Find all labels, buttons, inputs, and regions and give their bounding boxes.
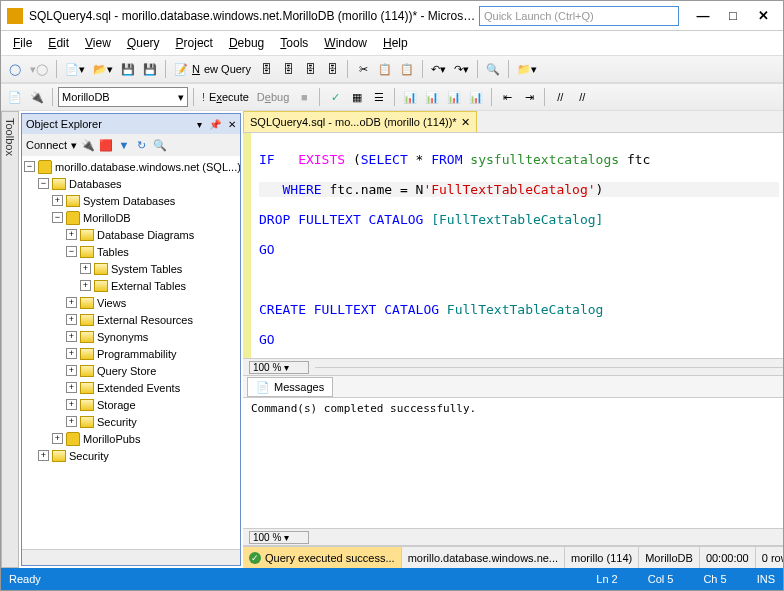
tree-tables[interactable]: Tables (97, 246, 129, 258)
expander-icon[interactable]: + (38, 450, 49, 461)
expander-icon[interactable]: + (66, 331, 77, 342)
h-scrollbar[interactable] (22, 549, 240, 565)
tree-systables[interactable]: System Tables (111, 263, 182, 275)
tree-extevents[interactable]: Extended Events (97, 382, 180, 394)
sql-code[interactable]: IF EXISTS (SELECT * FROM sysfulltextcata… (243, 133, 783, 358)
save-all-button[interactable]: 💾 (140, 58, 160, 80)
new-button[interactable]: 📄▾ (62, 58, 88, 80)
back-button[interactable]: ◯ (5, 58, 25, 80)
menu-debug[interactable]: Debug (223, 34, 270, 52)
check-button[interactable]: ✓ (325, 86, 345, 108)
open-button[interactable]: 📂▾ (90, 58, 116, 80)
tree-views[interactable]: Views (97, 297, 126, 309)
indent-button[interactable]: ⇥ (519, 86, 539, 108)
database-selector[interactable]: MorilloDB ▾ (58, 87, 188, 107)
tree-prog[interactable]: Programmability (97, 348, 176, 360)
conn1-icon[interactable]: 🗄 (256, 58, 276, 80)
expander-icon[interactable]: + (66, 399, 77, 410)
conn4-icon[interactable]: 🗄 (322, 58, 342, 80)
menu-help[interactable]: Help (377, 34, 414, 52)
expander-icon[interactable]: + (66, 365, 77, 376)
refresh-icon[interactable]: ↻ (135, 138, 149, 152)
solution-button[interactable]: 📁▾ (514, 58, 540, 80)
find-button[interactable]: 🔍 (483, 58, 503, 80)
outdent-button[interactable]: ⇤ (497, 86, 517, 108)
zoom-selector[interactable]: 100 % ▾ (249, 361, 309, 374)
expander-icon[interactable]: − (38, 178, 49, 189)
expander-icon[interactable]: + (52, 433, 63, 444)
tree-storage[interactable]: Storage (97, 399, 136, 411)
tree-qstore[interactable]: Query Store (97, 365, 156, 377)
undo-button[interactable]: ↶▾ (428, 58, 449, 80)
comment-button[interactable]: // (550, 86, 570, 108)
close-button[interactable]: ✕ (749, 5, 777, 27)
stop-icon[interactable]: 🟥 (99, 138, 113, 152)
expander-icon[interactable]: + (80, 263, 91, 274)
menu-window[interactable]: Window (318, 34, 373, 52)
messages-tab[interactable]: 📄 Messages (247, 377, 333, 397)
menu-file[interactable]: FFileile (7, 34, 38, 52)
tree-security2[interactable]: Security (69, 450, 109, 462)
tree-exttables[interactable]: External Tables (111, 280, 186, 292)
tree-server[interactable]: morillo.database.windows.net (SQL...) (55, 161, 240, 173)
debug-button[interactable]: Debug (254, 86, 292, 108)
plan1-button[interactable]: 📊 (400, 86, 420, 108)
tree-diagrams[interactable]: Database Diagrams (97, 229, 194, 241)
sql-editor[interactable]: IF EXISTS (SELECT * FROM sysfulltextcata… (243, 133, 783, 358)
expander-icon[interactable]: + (66, 348, 77, 359)
expander-icon[interactable]: + (66, 416, 77, 427)
results-grid-button[interactable]: ▦ (347, 86, 367, 108)
parse-button[interactable]: 📄 (5, 86, 25, 108)
copy-button[interactable]: 📋 (375, 58, 395, 80)
plan2-button[interactable]: 📊 (422, 86, 442, 108)
messages-pane[interactable]: Command(s) completed successfully. (243, 398, 783, 528)
new-query-button[interactable]: 📝New Query (171, 58, 254, 80)
expander-icon[interactable]: + (80, 280, 91, 291)
conn3-icon[interactable]: 🗄 (300, 58, 320, 80)
menu-project[interactable]: Project (170, 34, 219, 52)
tree-morillopubs[interactable]: MorilloPubs (83, 433, 140, 445)
menu-edit[interactable]: Edit (42, 34, 75, 52)
cut-button[interactable]: ✂ (353, 58, 373, 80)
expander-icon[interactable]: + (66, 297, 77, 308)
expander-icon[interactable]: − (66, 246, 77, 257)
restore-button[interactable]: □ (719, 5, 747, 27)
tree-morillodb[interactable]: MorilloDB (83, 212, 131, 224)
minimize-button[interactable]: — (689, 5, 717, 27)
tab-sqlquery4[interactable]: SQLQuery4.sql - mo...oDB (morillo (114))… (243, 111, 477, 132)
expander-icon[interactable]: + (52, 195, 63, 206)
menu-view[interactable]: View (79, 34, 117, 52)
execute-button[interactable]: ! Execute (199, 86, 252, 108)
expander-icon[interactable]: + (66, 382, 77, 393)
menu-query[interactable]: Query (121, 34, 166, 52)
stop-button[interactable]: ■ (294, 86, 314, 108)
paste-button[interactable]: 📋 (397, 58, 417, 80)
plan3-button[interactable]: 📊 (444, 86, 464, 108)
zoom-selector-2[interactable]: 100 % ▾ (249, 531, 309, 544)
expander-icon[interactable]: − (52, 212, 63, 223)
results-text-button[interactable]: ☰ (369, 86, 389, 108)
object-tree[interactable]: −morillo.database.windows.net (SQL...) −… (22, 156, 240, 549)
forward-button[interactable]: ▾◯ (27, 58, 51, 80)
plan4-button[interactable]: 📊 (466, 86, 486, 108)
filter-icon[interactable]: ▼ (117, 138, 131, 152)
redo-button[interactable]: ↷▾ (451, 58, 472, 80)
expander-icon[interactable]: + (66, 229, 77, 240)
search-icon[interactable]: 🔍 (153, 138, 167, 152)
expander-icon[interactable]: + (66, 314, 77, 325)
tree-synonyms[interactable]: Synonyms (97, 331, 148, 343)
save-button[interactable]: 💾 (118, 58, 138, 80)
expander-icon[interactable]: − (24, 161, 35, 172)
tree-databases[interactable]: Databases (69, 178, 122, 190)
panel-close-icon[interactable]: ✕ (228, 119, 236, 130)
tab-close-icon[interactable]: ✕ (461, 116, 470, 129)
toolbox-tab[interactable]: Toolbox (1, 111, 19, 568)
disconnect-icon[interactable]: 🔌 (81, 138, 95, 152)
panel-dropdown-icon[interactable]: ▾ (197, 119, 202, 130)
conn2-icon[interactable]: 🗄 (278, 58, 298, 80)
quick-launch-input[interactable]: Quick Launch (Ctrl+Q) (479, 6, 679, 26)
tree-extres[interactable]: External Resources (97, 314, 193, 326)
menu-tools[interactable]: Tools (274, 34, 314, 52)
tree-sysdbs[interactable]: System Databases (83, 195, 175, 207)
change-conn-button[interactable]: 🔌 (27, 86, 47, 108)
